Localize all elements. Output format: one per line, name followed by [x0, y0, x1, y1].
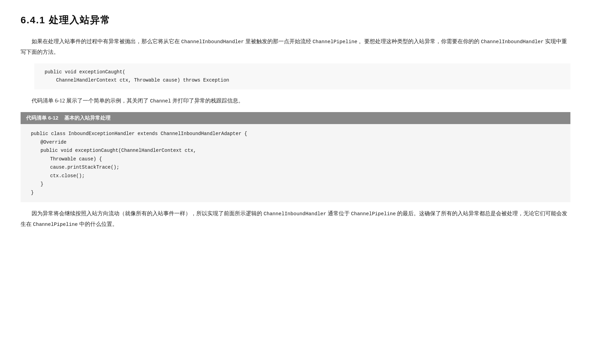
inline-code-channel: Channel — [150, 98, 171, 104]
listing-line-3: public void exceptionCaught(ChannelHandl… — [40, 146, 560, 155]
inline-code-4: ChannelInboundHandler — [264, 211, 326, 217]
listing-line-1: public class InboundExceptionHandler ext… — [31, 130, 560, 138]
inline-code-3: ChannelInboundHandler — [481, 39, 544, 45]
listing-title: 基本的入站异常处理 — [64, 115, 111, 121]
listing-line-6: ctx.close(); — [50, 172, 560, 180]
section-number: 6.4.1 处理入站异常 — [21, 15, 111, 25]
paragraph-2: 代码清单 6-12 展示了一个简单的示例，其关闭了 Channel 并打印了异常… — [21, 96, 570, 106]
listing-line-8: } — [31, 189, 560, 197]
paragraph-1: 如果在处理入站事件的过程中有异常被抛出，那么它将从它在 ChannelInbou… — [21, 36, 570, 57]
inline-code-5: ChannelPipeline — [351, 211, 396, 217]
code-block-simple: public void exceptionCaught( ChannelHand… — [34, 63, 570, 89]
listing-header: 代码清单 6-12 基本的入站异常处理 — [21, 112, 570, 124]
listing-line-7: } — [40, 180, 560, 189]
listing-line-2: @Override — [40, 138, 560, 147]
inline-code-1: ChannelInboundHandler — [181, 39, 244, 45]
inline-code-6: ChannelPipeline — [33, 222, 78, 227]
code-block-listing: public class InboundExceptionHandler ext… — [21, 124, 570, 202]
listing-label: 代码清单 6-12 — [26, 115, 58, 121]
section-title: 6.4.1 处理入站异常 — [21, 14, 570, 27]
inline-code-2: ChannelPipeline — [313, 39, 358, 45]
listing-line-5: cause.printStackTrace(); — [50, 163, 560, 172]
code-line-1: public void exceptionCaught( — [45, 68, 560, 76]
listing-line-4: Throwable cause) { — [50, 155, 560, 163]
paragraph-3: 因为异常将会继续按照入站方向流动（就像所有的入站事件一样），所以实现了前面所示逻… — [21, 208, 570, 229]
code-line-2: ChannelHandlerContext ctx, Throwable cau… — [45, 76, 560, 85]
